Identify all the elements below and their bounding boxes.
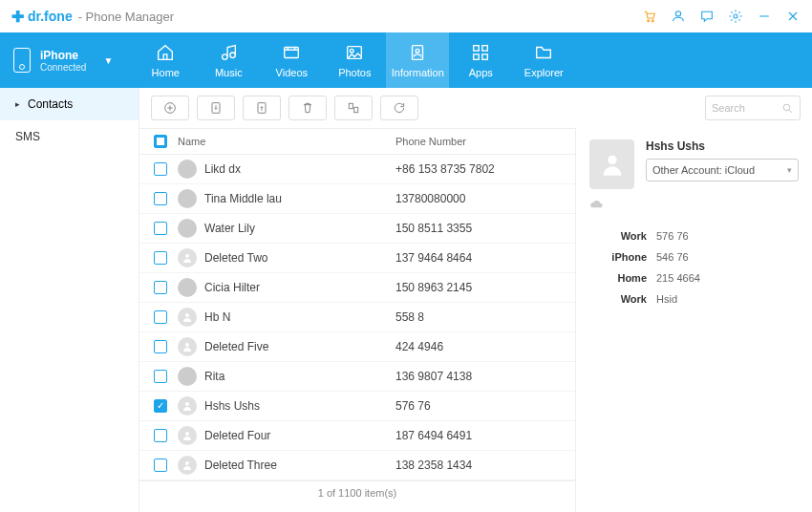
export-button[interactable] xyxy=(243,96,281,120)
device-name: iPhone xyxy=(40,49,86,62)
import-button[interactable] xyxy=(197,96,235,120)
refresh-button[interactable] xyxy=(380,96,418,120)
nav-label: Photos xyxy=(338,67,371,78)
sidebar-item-contacts[interactable]: ▸ Contacts xyxy=(0,88,139,120)
nav-photos[interactable]: Photos xyxy=(323,32,386,88)
table-row[interactable]: Hshs Ushs576 76 xyxy=(139,392,575,421)
row-checkbox[interactable] xyxy=(154,251,167,265)
table-row[interactable]: Cicia Hilter150 8963 2145 xyxy=(139,273,575,303)
feedback-icon[interactable] xyxy=(699,9,715,24)
table-header: Name Phone Number xyxy=(139,129,575,155)
app-subtitle: - Phone Manager xyxy=(78,10,174,24)
avatar xyxy=(178,456,197,475)
table-row[interactable]: Rita136 9807 4138 xyxy=(139,362,575,392)
select-all-checkbox[interactable] xyxy=(154,135,167,148)
nav-bar: iPhone Connected ▼ HomeMusicVideosPhotos… xyxy=(0,32,812,88)
nav-home[interactable]: Home xyxy=(134,32,197,88)
contact-phone: 558 8 xyxy=(395,310,567,324)
brand-text: dr.fone xyxy=(28,9,73,24)
table-row[interactable]: Deleted Four187 6494 6491 xyxy=(139,421,575,451)
nav-label: Home xyxy=(152,67,180,78)
nav-apps[interactable]: Apps xyxy=(449,32,512,88)
row-checkbox[interactable] xyxy=(154,459,167,472)
nav-music[interactable]: Music xyxy=(197,32,260,88)
search-placeholder: Search xyxy=(712,102,745,114)
row-checkbox[interactable] xyxy=(154,399,167,413)
table-row[interactable]: Deleted Three138 2358 1434 xyxy=(139,451,575,480)
apps-icon xyxy=(470,42,491,63)
sidebar: ▸ Contacts SMS xyxy=(0,88,139,512)
field-value: 215 4664 xyxy=(656,272,700,284)
svg-point-10 xyxy=(416,49,419,53)
avatar xyxy=(178,278,197,297)
table-row[interactable]: Hb N558 8 xyxy=(139,303,575,332)
col-phone[interactable]: Phone Number xyxy=(395,136,567,147)
contacts-table: Name Phone Number Likd dx+86 153 8735 78… xyxy=(139,128,575,512)
row-checkbox[interactable] xyxy=(154,370,167,383)
field-label: Home xyxy=(589,272,647,284)
avatar xyxy=(178,189,197,208)
title-bar: ✚ dr.fone - Phone Manager xyxy=(0,0,812,32)
row-checkbox[interactable] xyxy=(154,340,167,353)
merge-button[interactable] xyxy=(334,96,373,120)
settings-icon[interactable] xyxy=(728,9,743,24)
contact-name: Likd dx xyxy=(204,162,241,176)
detail-panel: Hshs Ushs Other Account: iCloud ▾ Work57… xyxy=(575,128,812,512)
photos-icon xyxy=(344,42,365,63)
detail-field: Work576 76 xyxy=(589,230,799,242)
nav-videos[interactable]: Videos xyxy=(260,32,323,88)
nav-explorer[interactable]: Explorer xyxy=(512,32,575,88)
nav-label: Explorer xyxy=(524,67,564,78)
row-checkbox[interactable] xyxy=(154,310,167,324)
close-icon[interactable] xyxy=(785,9,801,24)
col-name[interactable]: Name xyxy=(174,136,395,147)
add-button[interactable] xyxy=(151,96,189,120)
information-icon xyxy=(407,42,428,63)
table-row[interactable]: Deleted Two137 9464 8464 xyxy=(139,244,575,273)
table-row[interactable]: Deleted Five424 4946 xyxy=(139,332,575,362)
delete-button[interactable] xyxy=(288,96,327,120)
table-row[interactable]: Likd dx+86 153 8735 7802 xyxy=(139,155,575,184)
explorer-icon xyxy=(533,42,554,63)
toolbar: Search xyxy=(139,88,812,128)
contact-name: Deleted Four xyxy=(204,429,270,442)
avatar xyxy=(178,160,197,179)
svg-point-5 xyxy=(230,53,236,58)
svg-point-24 xyxy=(185,402,189,406)
avatar xyxy=(178,396,197,416)
table-row[interactable]: Tina Middle lau13780080000 xyxy=(139,184,575,214)
row-checkbox[interactable] xyxy=(154,281,167,294)
contact-name: Cicia Hilter xyxy=(204,281,260,294)
contact-phone: 150 8963 2145 xyxy=(395,281,567,294)
chevron-down-icon: ▾ xyxy=(787,165,792,175)
svg-point-20 xyxy=(783,104,790,111)
account-select[interactable]: Other Account: iCloud ▾ xyxy=(646,159,799,181)
cart-icon[interactable] xyxy=(642,9,657,24)
field-value: Hsid xyxy=(656,293,677,305)
sidebar-item-sms[interactable]: SMS xyxy=(0,120,139,153)
svg-point-8 xyxy=(351,49,354,53)
field-value: 576 76 xyxy=(656,230,689,242)
table-row[interactable]: Water Lily150 8511 3355 xyxy=(139,214,575,244)
contact-phone: 137 9464 8464 xyxy=(395,251,567,265)
field-label: iPhone xyxy=(589,251,647,263)
caret-right-icon: ▸ xyxy=(15,99,20,109)
search-input[interactable]: Search xyxy=(705,96,801,120)
row-checkbox[interactable] xyxy=(154,162,167,176)
row-checkbox[interactable] xyxy=(154,429,167,442)
device-selector[interactable]: iPhone Connected ▼ xyxy=(0,32,134,88)
logo-icon: ✚ xyxy=(11,8,24,26)
home-icon xyxy=(155,42,176,63)
row-checkbox[interactable] xyxy=(154,192,167,205)
contact-phone: 187 6494 6491 xyxy=(395,429,567,442)
pager-text: 1 of 1100 item(s) xyxy=(139,480,575,504)
svg-point-23 xyxy=(185,343,189,347)
user-icon[interactable] xyxy=(671,9,686,24)
contact-name: Tina Middle lau xyxy=(204,192,282,205)
contact-name: Hb N xyxy=(204,310,230,324)
minimize-icon[interactable] xyxy=(757,9,772,24)
contact-phone: 576 76 xyxy=(395,399,567,413)
nav-information[interactable]: Information xyxy=(386,32,449,88)
device-status: Connected xyxy=(40,62,86,73)
row-checkbox[interactable] xyxy=(154,222,167,235)
